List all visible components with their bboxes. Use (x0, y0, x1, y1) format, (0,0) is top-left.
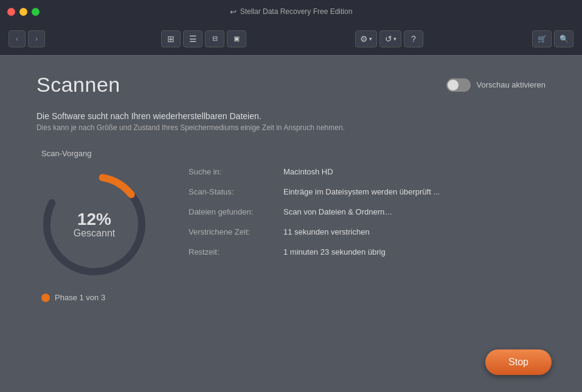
toggle-knob (448, 80, 459, 91)
view-cover-button[interactable]: ▣ (227, 30, 246, 47)
close-button[interactable] (7, 8, 15, 16)
detail-val-4: 1 minuten 23 sekunden übrig (283, 247, 386, 256)
info-text: Die Software sucht nach Ihren wiederhers… (36, 111, 546, 132)
detail-key-2: Dateien gefunden: (189, 207, 274, 216)
window-title: ↩ Stellar Data Recovery Free Edition (230, 7, 353, 16)
history-button[interactable]: ↺ ▾ (379, 30, 401, 47)
search-icon: 🔍 (559, 35, 569, 43)
cart-button[interactable]: 🛒 (532, 30, 552, 47)
detail-row-4: Restzeit: 1 minuten 23 sekunden übrig (189, 247, 546, 256)
preview-switch[interactable] (446, 78, 471, 92)
scan-details: Suche in: Macintosh HD Scan-Status: Eint… (189, 167, 546, 267)
forward-button[interactable]: › (28, 30, 45, 47)
page-title: Scannen (36, 73, 120, 97)
gear-icon: ⚙ (360, 34, 368, 44)
settings-dropdown-icon: ▾ (369, 36, 372, 42)
toolbar-right: 🛒 🔍 (532, 30, 573, 47)
toolbar: ‹ › ⊞ ☰ ⊟ ▣ ⚙ ▾ ↺ ▾ ? � (0, 23, 582, 55)
scan-scanned-label: Gescannt (74, 228, 115, 239)
columns-icon: ⊟ (212, 35, 218, 43)
detail-key-0: Suche in: (189, 167, 274, 176)
grid-icon: ⊞ (167, 34, 175, 44)
detail-key-4: Restzeit: (189, 247, 274, 256)
back-icon: ‹ (16, 34, 18, 43)
app-icon: ↩ (230, 7, 237, 16)
back-button[interactable]: ‹ (9, 30, 26, 47)
cover-icon: ▣ (234, 35, 240, 43)
progress-circle: 12% Gescannt (36, 167, 152, 282)
info-sub-text: Dies kann je nach Größe und Zustand Ihre… (36, 123, 546, 132)
window-title-text: Stellar Data Recovery Free Edition (240, 7, 353, 16)
page-header: Scannen Vorschau aktivieren (36, 73, 546, 97)
detail-row-2: Dateien gefunden: Scan von Dateien & Ord… (189, 207, 546, 216)
detail-row-1: Scan-Status: Einträge im Dateisystem wer… (189, 187, 546, 196)
view-grid-button[interactable]: ⊞ (161, 30, 181, 47)
scan-progress-section: Scan-Vorgang 12% Gescannt Phase 1 von 3 (36, 149, 152, 302)
settings-button[interactable]: ⚙ ▾ (355, 30, 377, 47)
detail-key-1: Scan-Status: (189, 187, 274, 196)
stop-button[interactable]: Stop (485, 349, 552, 375)
cart-icon: 🛒 (538, 35, 547, 43)
help-button[interactable]: ? (404, 30, 423, 47)
detail-key-3: Verstrichene Zeit: (189, 227, 274, 236)
list-icon: ☰ (189, 34, 197, 44)
history-dropdown-icon: ▾ (393, 36, 397, 42)
history-icon: ↺ (385, 34, 392, 44)
detail-row-0: Suche in: Macintosh HD (189, 167, 546, 176)
search-button[interactable]: 🔍 (554, 30, 573, 47)
minimize-button[interactable] (19, 8, 27, 16)
nav-buttons: ‹ › (9, 30, 45, 47)
traffic-lights (7, 8, 40, 16)
preview-label: Vorschau aktivieren (477, 80, 546, 89)
detail-val-0: Macintosh HD (283, 167, 333, 176)
scan-body: Scan-Vorgang 12% Gescannt Phase 1 von 3 (36, 149, 546, 302)
detail-val-2: Scan von Dateien & Ordnern… (283, 207, 392, 216)
view-list-button[interactable]: ☰ (183, 30, 203, 47)
help-icon: ? (411, 34, 416, 44)
phase-dot (41, 294, 50, 302)
detail-val-3: 11 sekunden verstrichen (283, 227, 370, 236)
main-content: Scannen Vorschau aktivieren Die Software… (0, 55, 582, 392)
detail-val-1: Einträge im Dateisystem werden überprüft… (283, 187, 440, 196)
maximize-button[interactable] (32, 8, 40, 16)
detail-row-3: Verstrichene Zeit: 11 sekunden verstrich… (189, 227, 546, 236)
titlebar: ↩ Stellar Data Recovery Free Edition (0, 0, 582, 23)
view-columns-button[interactable]: ⊟ (205, 30, 224, 47)
info-main-text: Die Software sucht nach Ihren wiederhers… (36, 111, 546, 121)
preview-toggle[interactable]: Vorschau aktivieren (446, 78, 546, 92)
forward-icon: › (35, 34, 38, 43)
scan-percent: 12% (74, 210, 115, 229)
circle-text: 12% Gescannt (74, 210, 115, 239)
